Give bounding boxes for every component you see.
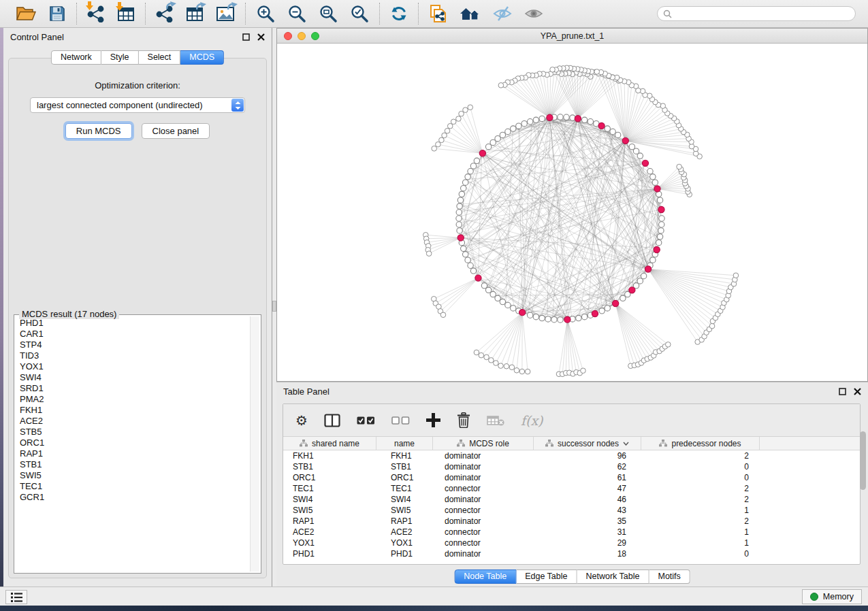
table-cell: FKH1 [376,451,433,461]
mcds-result-item[interactable]: SWI5 [16,470,248,481]
table-cell: 1 [641,506,760,515]
hide-selected-eye-icon[interactable] [493,5,512,22]
select-stepper-icon [231,99,244,112]
mcds-result-item[interactable]: PMA2 [16,394,248,405]
select-all-checkboxes-icon[interactable] [357,416,375,425]
criterion-selected-value: largest connected component (undirected) [37,100,203,110]
export-arrow-icon [227,2,238,10]
mcds-result-item[interactable]: GCR1 [16,492,248,503]
mcds-result-item[interactable]: ORC1 [16,437,248,448]
table-row[interactable]: RAP1RAP1dominator352 [283,516,860,527]
zoom-fit-icon[interactable] [319,4,338,23]
optimization-criterion-label: Optimization criterion: [9,80,266,90]
window-close-icon[interactable] [284,32,292,40]
search-input[interactable] [676,9,850,18]
tab-mcds[interactable]: MCDS [180,50,224,65]
criterion-select[interactable]: largest connected component (undirected) [30,97,245,113]
tab-style[interactable]: Style [101,50,139,65]
export-table-icon[interactable] [186,5,204,22]
deselect-all-checkboxes-icon[interactable] [391,416,410,425]
float-panel-icon[interactable] [839,388,846,395]
table-row[interactable]: SWI5SWI5connector431 [283,505,860,516]
table-scrollbar-thumb[interactable] [860,431,866,490]
zoom-in-icon[interactable] [256,4,275,23]
control-panel-title: Control Panel [10,32,64,42]
function-builder-icon[interactable]: f(x) [521,413,543,428]
tab-motifs[interactable]: Motifs [649,569,690,584]
column-label: MCDS role [469,439,509,448]
table-settings-gear-icon[interactable]: ⚙ [295,414,308,427]
zoom-selected-icon[interactable] [350,4,369,23]
column-header-shared-name[interactable]: shared name [283,437,376,450]
add-column-icon[interactable] [426,413,440,427]
table-row[interactable]: FKH1FKH1dominator962 [283,450,860,461]
chevron-down-icon [623,442,629,446]
show-all-eye-icon[interactable] [524,7,543,20]
window-zoom-icon[interactable] [311,32,319,40]
window-minimize-icon[interactable] [298,32,306,40]
memory-button[interactable]: Memory [802,589,862,604]
mcds-list-scrollbar[interactable] [250,316,259,572]
table-row[interactable]: ORC1ORC1dominator610 [283,472,860,483]
table-row[interactable]: STB1STB1dominator620 [283,461,860,472]
column-header-mcds-role[interactable]: MCDS role [433,437,534,450]
delete-columns-trash-icon[interactable] [457,412,470,428]
table-cell: 43 [534,506,641,515]
clone-network-icon[interactable] [429,4,447,24]
first-neighbors-icon[interactable] [460,5,481,22]
tab-node-table[interactable]: Node Table [454,569,516,584]
mcds-result-item[interactable]: SWI4 [16,372,248,383]
import-table-icon[interactable] [117,5,135,22]
column-header-predecessor-nodes[interactable]: predecessor nodes [641,437,760,450]
mcds-result-item[interactable]: ACE2 [16,416,248,427]
table-cell: TEC1 [283,484,376,493]
network-canvas[interactable] [277,44,867,380]
column-header-successor-nodes[interactable]: successor nodes [534,437,641,450]
close-panel-icon[interactable] [257,33,265,41]
mcds-result-item[interactable]: RAP1 [16,448,248,459]
mcds-result-item[interactable]: FKH1 [16,405,248,416]
mcds-result-item[interactable]: STP4 [16,340,248,350]
table-row[interactable]: TEC1TEC1connector472 [283,483,860,494]
tab-select[interactable]: Select [139,50,181,65]
table-cell: RAP1 [283,516,376,526]
mcds-result-item[interactable]: YOX1 [16,361,248,372]
tree-icon [545,440,553,447]
mcds-result-item[interactable]: PHD1 [16,318,248,329]
table-row[interactable]: ACE2ACE2connector311 [283,527,860,538]
table-cell: 35 [534,516,641,526]
run-mcds-button[interactable]: Run MCDS [65,123,132,139]
float-panel-icon[interactable] [242,33,250,41]
zoom-out-icon[interactable] [287,4,306,23]
search-box[interactable] [657,6,856,21]
table-cell: 2 [641,484,760,493]
close-panel-icon[interactable] [854,388,861,395]
export-image-icon[interactable] [216,5,235,22]
mcds-result-item[interactable]: TEC1 [16,481,248,492]
split-panel-icon[interactable] [324,414,340,427]
table-row[interactable]: YOX1YOX1connector291 [283,538,860,548]
mcds-result-item[interactable]: STB5 [16,427,248,437]
table-panel: Table Panel ⚙ f [276,382,868,587]
mcds-result-item[interactable]: TID3 [16,350,248,361]
column-label: successor nodes [558,439,619,448]
refresh-icon[interactable] [390,5,408,22]
table-row[interactable]: SWI4SWI4dominator462 [283,494,860,505]
table-cell: SWI4 [376,495,433,504]
tab-network-table[interactable]: Network Table [577,569,649,584]
table-row[interactable]: PHD1PHD1dominator180 [283,548,860,559]
column-header-name[interactable]: name [376,437,433,450]
mcds-result-item[interactable]: CAR1 [16,329,248,340]
table-cell: dominator [433,451,534,461]
mcds-result-item[interactable]: SRD1 [16,383,248,394]
tab-edge-table[interactable]: Edge Table [516,569,577,584]
delete-table-icon[interactable] [487,415,504,426]
save-session-icon[interactable] [48,5,66,22]
tab-network[interactable]: Network [51,50,101,65]
open-file-icon[interactable] [16,5,36,22]
import-network-icon[interactable] [87,5,105,22]
close-panel-button[interactable]: Close panel [142,123,210,139]
task-history-button[interactable] [5,590,27,604]
export-network-icon[interactable] [156,5,174,22]
mcds-result-item[interactable]: STB1 [16,459,248,470]
